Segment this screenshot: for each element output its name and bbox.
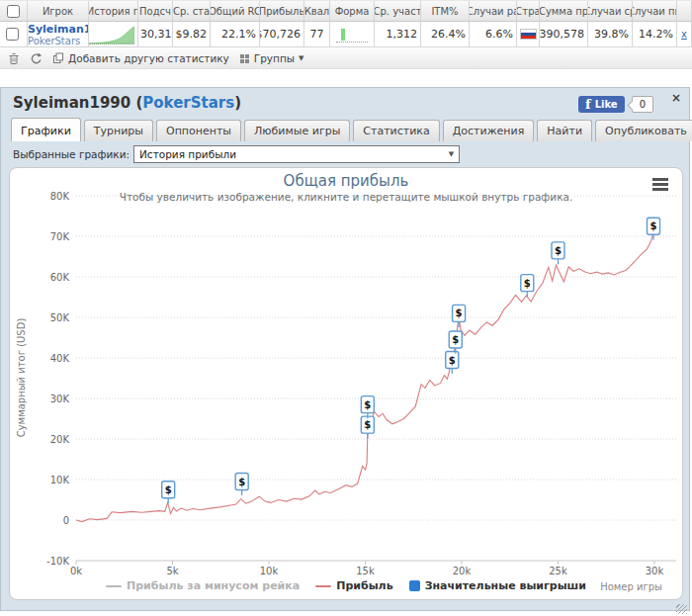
x-axis-title: Номер игры [600, 581, 662, 592]
graphs-label: Выбранные графики: [13, 148, 130, 160]
facebook-like-widget: f Like 0 [578, 96, 653, 113]
chart-menu-icon[interactable] [652, 178, 668, 193]
tab-оппоненты[interactable]: Оппоненты [156, 120, 241, 141]
row-checkbox[interactable] [6, 28, 19, 41]
significant-win-marker: $ [361, 396, 374, 419]
tab-статистика[interactable]: Статистика [353, 120, 439, 141]
add-statistic-label: Добавить другую статистику [68, 52, 229, 64]
tab-достижения[interactable]: Достижения [443, 120, 535, 141]
tab-опубликовать[interactable]: Опубликовать [595, 120, 692, 141]
resize-grip[interactable] [676, 604, 687, 614]
column-header: Сумма пр [540, 1, 588, 21]
table-cell-avg_entrants: 1,312 [375, 22, 421, 46]
svg-text:$: $ [364, 419, 371, 430]
y-tick-label: 0 [63, 515, 69, 526]
y-axis-title: Суммарный итог (USD) [16, 318, 27, 438]
column-header: Игрок [28, 1, 89, 21]
copy-icon [52, 52, 64, 64]
player-stats-table: ИгрокИстория пПодсчСр. стаОбщий RCПрибыл… [0, 0, 692, 47]
column-header: Случаи ра [470, 1, 517, 21]
x-tick-label: 25k [549, 566, 567, 576]
x-tick-label: 20k [453, 566, 472, 576]
column-header: История п [89, 1, 138, 21]
refresh-button[interactable] [30, 52, 43, 65]
legend-line-icon [106, 585, 122, 587]
like-count-badge: 0 [632, 96, 653, 113]
table-cell-pct2: 39.8% [588, 22, 633, 46]
add-statistic-button[interactable]: Добавить другую статистику [52, 52, 229, 64]
significant-win-marker: $ [361, 416, 374, 439]
facebook-like-button[interactable]: f Like [578, 96, 625, 113]
groups-button[interactable]: Группы ▼ [239, 52, 304, 64]
table-cell-flag [517, 22, 540, 46]
y-tick-label: 30K [50, 394, 70, 404]
column-header: ITM% [421, 1, 470, 21]
select-all-checkbox[interactable] [7, 5, 20, 18]
player-site-label: PokerStars [28, 36, 80, 46]
site-link[interactable]: PokerStars [142, 94, 234, 112]
player-name-link[interactable]: Syleiman1990 [28, 24, 89, 36]
table-cell-count: 30,315 [138, 22, 173, 46]
legend-item-series[interactable]: Прибыль за минусом рейка [106, 579, 300, 592]
column-header: Прибыль [260, 1, 304, 21]
profit-chart[interactable]: 80K70K60K50K40K30K20K10K0-10K0k5k10k15k2… [9, 167, 683, 600]
chart-title: Общая прибыль [10, 172, 682, 190]
table-cell-qual: 77 [304, 22, 330, 46]
country-flag-ru [520, 29, 537, 40]
x-tick-label: 0k [70, 566, 82, 576]
profit-line-series [76, 232, 656, 522]
delete-button[interactable] [8, 52, 20, 65]
tab-турниры[interactable]: Турниры [84, 120, 153, 141]
chart-legend: Прибыль за минусом рейкаПрибыльЗначитель… [10, 579, 682, 592]
toolbar: Добавить другую статистику Группы ▼ [0, 48, 692, 69]
table-cell-prize: $390,578 [540, 22, 588, 46]
refresh-icon [30, 52, 43, 65]
form-mini-chart [336, 27, 368, 43]
column-header [677, 1, 692, 21]
svg-text:$: $ [364, 399, 371, 410]
significant-win-marker: $ [446, 352, 459, 375]
chevron-down-icon: ▼ [449, 150, 454, 158]
x-tick-label: 10k [260, 566, 279, 576]
chevron-down-icon: ▼ [299, 54, 303, 62]
x-tick-label: 5k [166, 566, 178, 576]
groups-label: Группы [254, 52, 295, 64]
legend-item-series[interactable]: Прибыль [315, 579, 392, 592]
y-tick-label: 70K [50, 231, 70, 242]
tab-любимые-игры[interactable]: Любимые игры [244, 120, 350, 141]
tab-bar: ГрафикиТурнирыОппонентыЛюбимые игрыСтати… [11, 118, 692, 141]
legend-item-significant-wins[interactable]: Значительные выигрыши [409, 579, 586, 592]
close-icon[interactable]: × [671, 92, 681, 104]
column-header: Ср. ста [173, 1, 211, 21]
graph-select[interactable]: История прибыли ▼ [133, 145, 460, 163]
svg-text:$: $ [524, 278, 531, 289]
y-tick-label: 40K [50, 353, 70, 364]
graph-select-row: Выбранные графики: История прибыли ▼ [13, 145, 460, 163]
tab-найти[interactable]: Найти [537, 120, 592, 141]
row-close-link[interactable]: x [681, 29, 687, 40]
paren: ) [234, 94, 241, 112]
column-header: Подсч [138, 1, 173, 21]
x-tick-label: 15k [356, 566, 375, 576]
chart-plot-area[interactable]: 80K70K60K50K40K30K20K10K0-10K0k5k10k15k2… [10, 168, 684, 601]
legend-square-icon [409, 580, 420, 591]
significant-win-marker: $ [521, 275, 534, 298]
y-tick-label: 60K [50, 272, 70, 283]
legend-label: Прибыль за минусом рейка [127, 579, 300, 592]
x-tick-label: 30k [646, 566, 664, 576]
column-header [0, 1, 28, 21]
table-cell-pct3: 14.2% [633, 22, 677, 46]
svg-text:$: $ [165, 484, 172, 495]
table-cell-total_roi: 22.1% [211, 22, 260, 46]
page: ИгрокИстория пПодсчСр. стаОбщий RCПрибыл… [0, 0, 692, 616]
svg-text:$: $ [555, 245, 562, 256]
table-cell-avg_stake: $9.82 [173, 22, 211, 46]
legend-label: Значительные выигрыши [425, 579, 586, 592]
stats-table-row: Syleiman1990PokerStars30,315$9.8222.1%$7… [0, 22, 692, 47]
y-tick-label: 20K [50, 434, 70, 445]
form-bar [341, 29, 345, 41]
svg-text:$: $ [650, 220, 657, 231]
svg-text:$: $ [449, 355, 456, 366]
tab-графики[interactable]: Графики [11, 118, 81, 141]
table-cell-cb [0, 22, 28, 46]
